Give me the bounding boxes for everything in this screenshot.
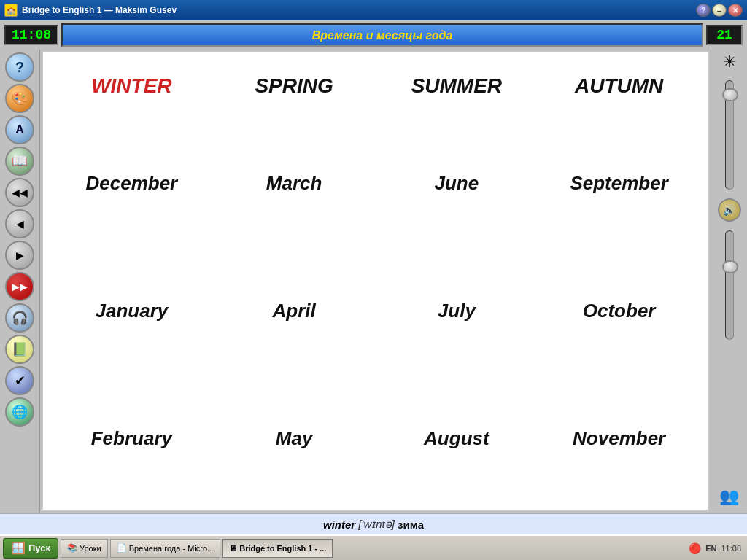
bridge-icon: 🖥 bbox=[229, 544, 237, 553]
month-may[interactable]: May bbox=[213, 375, 376, 502]
toolbar: 11:08 Времена и месяцы года 21 bbox=[0, 20, 747, 50]
month-january[interactable]: January bbox=[50, 247, 213, 375]
month-february[interactable]: February bbox=[50, 375, 213, 502]
close-button[interactable]: ✕ bbox=[728, 4, 743, 17]
question-button[interactable]: ? bbox=[5, 52, 34, 82]
star-icon: ✳ bbox=[723, 52, 736, 71]
window-title: Bridge to English 1 — Maksim Gusev bbox=[22, 5, 692, 15]
start-icon: 🪟 bbox=[11, 541, 26, 555]
month-april[interactable]: April bbox=[213, 247, 376, 375]
taskbar: 🪟 Пуск 📚 Уроки 📄 Времена года - Micro...… bbox=[0, 534, 747, 560]
months-grid: December March June September January Ap… bbox=[50, 120, 700, 502]
month-june[interactable]: June bbox=[376, 120, 538, 247]
window-controls: ? – ✕ bbox=[696, 4, 743, 17]
taskbar-right: 🔴 EN 11:08 bbox=[689, 542, 744, 554]
season-autumn[interactable]: AUTUMN bbox=[538, 67, 700, 105]
app-icon: 🏫 bbox=[4, 4, 18, 17]
start-label: Пуск bbox=[28, 542, 50, 553]
page-number: 21 bbox=[706, 25, 743, 45]
status-word[interactable]: winter bbox=[323, 518, 355, 531]
main-layout: ? 🎨 A 📖 ◀◀ ◀ ▶ ▶▶ 🎧 📗 ✔ � bbox=[0, 50, 747, 513]
taskbar-time: 11:08 bbox=[721, 544, 741, 553]
bottom-slider-knob[interactable] bbox=[722, 260, 738, 273]
title-bar: 🏫 Bridge to English 1 — Maksim Gusev ? –… bbox=[0, 0, 747, 20]
vremena-icon: 📄 bbox=[117, 543, 127, 553]
season-winter[interactable]: WINTER bbox=[50, 67, 213, 105]
minimize-button[interactable]: – bbox=[712, 4, 727, 17]
month-october[interactable]: October bbox=[538, 247, 700, 375]
month-august[interactable]: August bbox=[376, 375, 538, 502]
taskbar-lang[interactable]: EN bbox=[705, 544, 716, 553]
check-button[interactable]: ✔ bbox=[5, 366, 34, 395]
vremena-label: Времена года - Micro... bbox=[129, 544, 214, 553]
taskbar-uroki[interactable]: 📚 Уроки bbox=[61, 539, 108, 558]
seasons-row: WINTER SPRING SUMMER AUTUMN bbox=[50, 67, 700, 105]
season-spring[interactable]: SPRING bbox=[213, 67, 376, 105]
taskbar-bridge[interactable]: 🖥 Bridge to English 1 - ... bbox=[222, 539, 333, 558]
month-november[interactable]: November bbox=[538, 375, 700, 502]
bridge-label: Bridge to English 1 - ... bbox=[239, 544, 326, 553]
lesson-title: Времена и месяцы года bbox=[61, 23, 703, 47]
headphones-button[interactable]: 🎧 bbox=[5, 303, 34, 332]
month-september[interactable]: September bbox=[538, 120, 700, 247]
book-button[interactable]: 📖 bbox=[5, 147, 34, 176]
back-fast-button[interactable]: ◀◀ bbox=[5, 178, 34, 207]
status-bar: winter ['wɪntə] зима bbox=[0, 513, 747, 534]
season-summer[interactable]: SUMMER bbox=[376, 67, 538, 105]
right-sidebar: ✳ 🔊 👥 bbox=[711, 50, 747, 513]
month-march[interactable]: March bbox=[213, 120, 376, 247]
top-slider-knob[interactable] bbox=[722, 88, 738, 101]
top-slider-track bbox=[725, 80, 734, 190]
bottom-slider-track bbox=[725, 230, 734, 340]
users-icon[interactable]: 👥 bbox=[716, 483, 743, 510]
taskbar-vremena[interactable]: 📄 Времена года - Micro... bbox=[110, 539, 221, 558]
colors-button[interactable]: 🎨 bbox=[5, 84, 34, 113]
uroki-label: Уроки bbox=[80, 544, 101, 553]
tray-icon-1: 🔴 bbox=[689, 542, 701, 554]
speaker-icon[interactable]: 🔊 bbox=[718, 198, 741, 222]
globe-button[interactable]: 🌐 bbox=[5, 397, 34, 427]
back-button[interactable]: ◀ bbox=[5, 209, 34, 238]
start-button[interactable]: 🪟 Пуск bbox=[3, 538, 58, 559]
clock-display: 11:08 bbox=[4, 25, 58, 45]
forward-button[interactable]: ▶▶ bbox=[5, 272, 34, 301]
content-area: WINTER SPRING SUMMER AUTUMN December Mar… bbox=[42, 51, 709, 511]
month-july[interactable]: July bbox=[376, 247, 538, 375]
left-sidebar: ? 🎨 A 📖 ◀◀ ◀ ▶ ▶▶ 🎧 📗 ✔ � bbox=[0, 50, 40, 513]
open-book-button[interactable]: 📗 bbox=[5, 335, 34, 364]
alphabet-button[interactable]: A bbox=[5, 115, 34, 144]
play-button[interactable]: ▶ bbox=[5, 241, 34, 270]
help-button[interactable]: ? bbox=[696, 4, 711, 17]
uroki-icon: 📚 bbox=[67, 543, 77, 553]
status-phonetic: ['wɪntə] bbox=[358, 518, 395, 531]
status-translation: зима bbox=[398, 518, 424, 531]
month-december[interactable]: December bbox=[50, 120, 213, 247]
